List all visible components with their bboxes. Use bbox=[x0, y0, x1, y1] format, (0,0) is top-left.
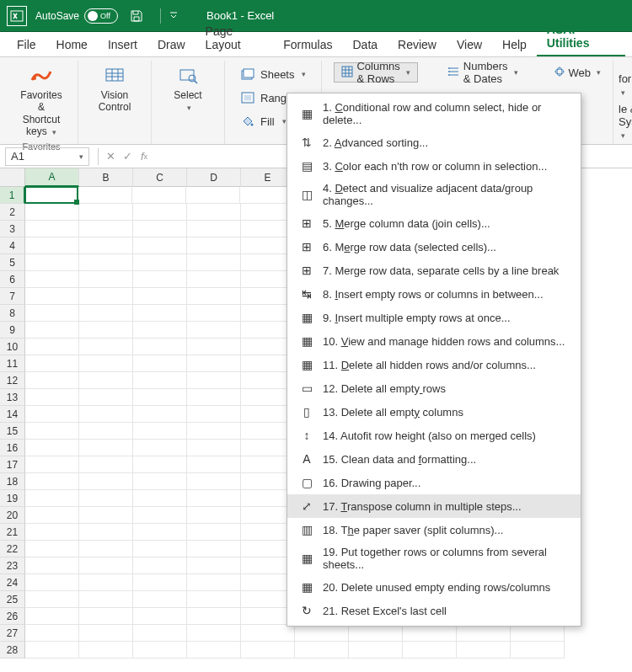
cell[interactable] bbox=[25, 372, 79, 389]
cell[interactable] bbox=[133, 507, 187, 524]
row-header[interactable]: 26 bbox=[0, 608, 25, 625]
row-header[interactable]: 3 bbox=[0, 221, 25, 237]
menu-item-16[interactable]: ▢16. Drawing paper... bbox=[287, 471, 581, 494]
cell[interactable] bbox=[79, 507, 133, 524]
cell[interactable] bbox=[186, 187, 240, 204]
cell[interactable] bbox=[187, 473, 241, 490]
cell[interactable] bbox=[133, 557, 187, 574]
cell[interactable] bbox=[25, 389, 79, 406]
menu-item-1[interactable]: ▦1. Conditional row and column select, h… bbox=[287, 97, 581, 131]
cell[interactable] bbox=[79, 271, 133, 288]
cell[interactable] bbox=[79, 440, 133, 456]
cell[interactable] bbox=[133, 541, 187, 557]
cell[interactable] bbox=[187, 591, 241, 608]
cell[interactable] bbox=[187, 541, 241, 557]
cell[interactable] bbox=[187, 608, 241, 625]
cell[interactable] bbox=[25, 288, 79, 305]
cell[interactable] bbox=[79, 456, 133, 473]
cell[interactable] bbox=[187, 254, 241, 271]
cell[interactable] bbox=[187, 288, 241, 305]
cell[interactable] bbox=[187, 305, 241, 322]
cell[interactable] bbox=[511, 625, 565, 642]
qat-more-button[interactable] bbox=[166, 8, 181, 24]
menu-item-8[interactable]: ↹8. Insert empty rows or columns in betw… bbox=[287, 282, 581, 306]
toggle-switch[interactable]: Off bbox=[84, 8, 118, 24]
cell[interactable] bbox=[133, 305, 187, 322]
row-header[interactable]: 19 bbox=[0, 490, 25, 507]
menu-item-17[interactable]: ⤢17. Transpose column in multiple steps.… bbox=[287, 494, 581, 518]
menu-item-9[interactable]: ▦9. Insert multiple empty rows at once..… bbox=[287, 306, 581, 329]
cell[interactable] bbox=[133, 473, 187, 490]
cell[interactable] bbox=[403, 642, 457, 659]
row-header[interactable]: 2 bbox=[0, 204, 25, 221]
row-header[interactable]: 23 bbox=[0, 557, 25, 574]
select-all-corner[interactable] bbox=[0, 168, 25, 187]
row-header[interactable]: 22 bbox=[0, 541, 25, 557]
chevron-down-icon[interactable]: ▾ bbox=[79, 152, 83, 161]
cell[interactable] bbox=[187, 204, 241, 221]
row-header[interactable]: 14 bbox=[0, 406, 25, 423]
cell[interactable] bbox=[79, 557, 133, 574]
cell[interactable] bbox=[187, 557, 241, 574]
cell[interactable] bbox=[25, 322, 79, 339]
cancel-formula-button[interactable]: ✕ bbox=[102, 148, 119, 165]
row-header[interactable]: 20 bbox=[0, 507, 25, 524]
row-header[interactable]: 13 bbox=[0, 389, 25, 406]
row-header[interactable]: 25 bbox=[0, 591, 25, 608]
cell[interactable] bbox=[25, 642, 79, 659]
row-header[interactable]: 5 bbox=[0, 254, 25, 271]
menu-item-11[interactable]: ▦11. Delete all hidden rows and/or colum… bbox=[287, 353, 581, 376]
column-header[interactable]: B bbox=[79, 168, 133, 187]
tab-insert[interactable]: Insert bbox=[98, 33, 147, 56]
tab-asap-utilities[interactable]: ASAP Utilities bbox=[537, 18, 625, 56]
cell[interactable] bbox=[133, 339, 187, 355]
row-header[interactable]: 17 bbox=[0, 456, 25, 473]
menu-item-18[interactable]: ▥18. The paper saver (split columns)... bbox=[287, 518, 581, 541]
columns-rows-button[interactable]: Columns & Rows▾ bbox=[334, 62, 417, 83]
tab-file[interactable]: File bbox=[7, 33, 46, 56]
menu-item-12[interactable]: ▭12. Delete all empty rows bbox=[287, 376, 581, 400]
cell[interactable] bbox=[187, 372, 241, 389]
menu-item-21[interactable]: ↻21. Reset Excel's last cell bbox=[287, 599, 581, 622]
cell[interactable] bbox=[25, 591, 79, 608]
menu-item-13[interactable]: ▯13. Delete all empty columns bbox=[287, 400, 581, 424]
cell[interactable] bbox=[25, 507, 79, 524]
cell[interactable] bbox=[241, 642, 295, 659]
cell[interactable] bbox=[133, 271, 187, 288]
web-button[interactable]: Web▾ bbox=[549, 62, 607, 83]
cell[interactable] bbox=[25, 473, 79, 490]
cell[interactable] bbox=[25, 423, 79, 440]
cell[interactable] bbox=[187, 406, 241, 423]
cell[interactable] bbox=[133, 355, 187, 372]
cell[interactable] bbox=[79, 305, 133, 322]
row-header[interactable]: 7 bbox=[0, 288, 25, 305]
cell[interactable] bbox=[133, 524, 187, 541]
cell[interactable] bbox=[349, 625, 403, 642]
tab-draw[interactable]: Draw bbox=[147, 33, 195, 56]
cell[interactable] bbox=[457, 642, 511, 659]
cell[interactable] bbox=[133, 406, 187, 423]
row-header[interactable]: 18 bbox=[0, 473, 25, 490]
cell[interactable] bbox=[187, 524, 241, 541]
row-header[interactable]: 28 bbox=[0, 642, 25, 659]
row-header[interactable]: 27 bbox=[0, 625, 25, 642]
tab-help[interactable]: Help bbox=[492, 33, 537, 56]
save-button[interactable] bbox=[126, 6, 147, 26]
row-header[interactable]: 24 bbox=[0, 574, 25, 591]
cell[interactable] bbox=[133, 456, 187, 473]
menu-item-14[interactable]: ↕14. Autofit row height (also on merged … bbox=[287, 424, 581, 447]
cell[interactable] bbox=[24, 186, 78, 204]
menu-item-3[interactable]: ▤3. Color each n'th row or column in sel… bbox=[287, 154, 581, 178]
column-header[interactable]: D bbox=[187, 168, 241, 187]
menu-item-2[interactable]: ⇅2. Advanced sorting... bbox=[287, 131, 581, 154]
accept-formula-button[interactable]: ✓ bbox=[119, 148, 136, 165]
cell[interactable] bbox=[79, 237, 133, 254]
cell[interactable] bbox=[511, 642, 565, 659]
cell[interactable] bbox=[79, 574, 133, 591]
cell[interactable] bbox=[79, 322, 133, 339]
cell[interactable] bbox=[25, 608, 79, 625]
tab-view[interactable]: View bbox=[447, 33, 492, 56]
menu-item-15[interactable]: A15. Clean data and formatting... bbox=[287, 447, 581, 471]
cell[interactable] bbox=[241, 625, 295, 642]
cell[interactable] bbox=[403, 625, 457, 642]
